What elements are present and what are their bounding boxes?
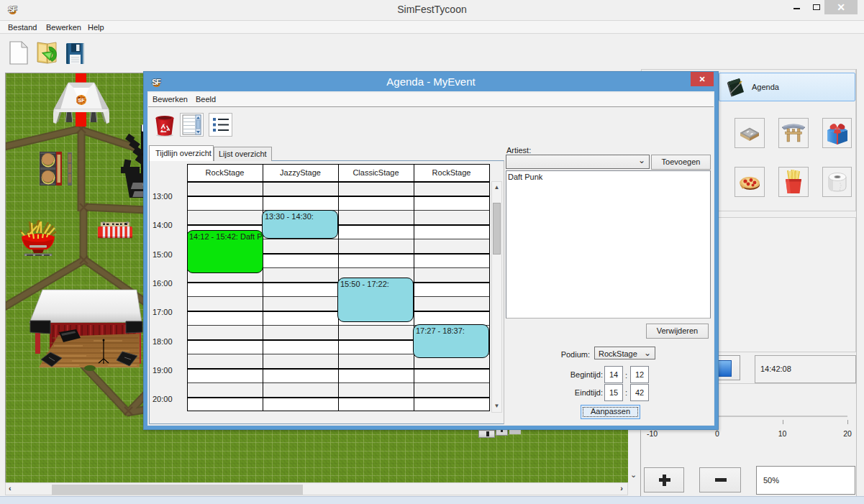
svg-text:SF: SF <box>78 98 86 103</box>
